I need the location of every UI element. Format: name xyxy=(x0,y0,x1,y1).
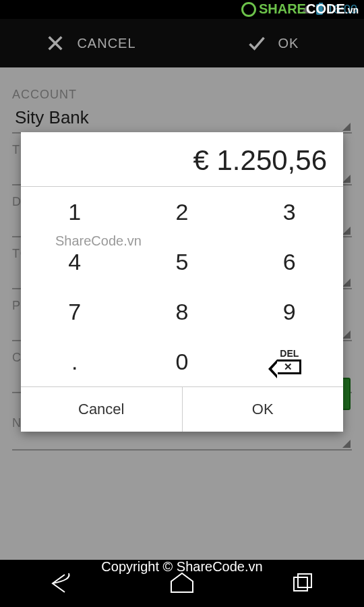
key-3[interactable]: 3 xyxy=(236,187,343,237)
dialog-cancel-button[interactable]: Cancel xyxy=(21,387,183,432)
modal-overlay: € 1.250,56 1 2 3 4 5 6 7 8 9 . 0 DEL ✕ C… xyxy=(0,0,364,607)
home-icon[interactable] xyxy=(167,572,197,595)
dialog-actions: Cancel OK xyxy=(21,386,343,432)
keypad: 1 2 3 4 5 6 7 8 9 . 0 DEL ✕ xyxy=(21,187,343,386)
amount-display: € 1.250,56 xyxy=(21,132,343,187)
key-7[interactable]: 7 xyxy=(21,287,128,337)
recents-icon[interactable] xyxy=(289,572,318,595)
svg-rect-1 xyxy=(298,574,311,587)
key-2[interactable]: 2 xyxy=(128,187,235,237)
nav-bar xyxy=(0,560,364,607)
key-4[interactable]: 4 xyxy=(21,237,128,287)
del-label: DEL xyxy=(280,349,299,358)
backspace-icon: ✕ xyxy=(277,359,301,374)
key-6[interactable]: 6 xyxy=(236,237,343,287)
key-1[interactable]: 1 xyxy=(21,187,128,237)
key-9[interactable]: 9 xyxy=(236,287,343,337)
key-8[interactable]: 8 xyxy=(128,287,235,337)
dialog-ok-button[interactable]: OK xyxy=(183,387,344,432)
number-pad-dialog: € 1.250,56 1 2 3 4 5 6 7 8 9 . 0 DEL ✕ C… xyxy=(21,132,343,432)
key-dot[interactable]: . xyxy=(21,337,128,386)
svg-rect-0 xyxy=(294,577,307,591)
key-0[interactable]: 0 xyxy=(128,337,235,386)
key-5[interactable]: 5 xyxy=(128,237,235,287)
key-delete[interactable]: DEL ✕ xyxy=(236,337,343,386)
back-icon[interactable] xyxy=(46,572,75,595)
